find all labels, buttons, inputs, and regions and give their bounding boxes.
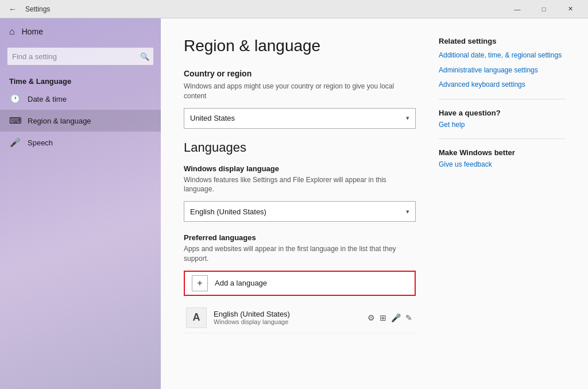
languages-title: Languages <box>184 140 416 155</box>
minimize-button[interactable]: — <box>504 0 531 18</box>
country-section-desc: Windows and apps might use your country … <box>184 82 416 101</box>
make-better-title: Make Windows better <box>439 148 565 157</box>
search-box: 🔍 <box>7 47 154 66</box>
language-item-actions: ⚙ ⊞ 🎤 ✎ <box>366 312 413 323</box>
titlebar-title: Settings <box>25 5 504 13</box>
sidebar-item-speech[interactable]: 🎤 Speech <box>0 132 161 153</box>
back-button[interactable]: ← <box>5 1 21 17</box>
search-icon: 🔍 <box>140 52 149 61</box>
divider-2 <box>439 138 565 139</box>
sidebar-item-home[interactable]: ⌂ Home <box>0 18 161 45</box>
home-icon: ⌂ <box>9 26 15 37</box>
language-item-name: English (United States) <box>214 310 359 318</box>
preferred-languages-desc: Apps and websites will appear in the fir… <box>184 244 416 264</box>
related-settings-title: Related settings <box>439 37 565 45</box>
close-button[interactable]: ✕ <box>557 0 583 18</box>
right-sidebar: Related settings Additional date, time, … <box>439 37 565 371</box>
language-item: A English (United States) Windows displa… <box>184 303 416 333</box>
display-language-desc: Windows features like Settings and File … <box>184 175 416 195</box>
search-input[interactable] <box>7 47 154 66</box>
country-selected-value: United States <box>190 114 235 122</box>
country-section-title: Country or region <box>184 69 416 78</box>
titlebar: ← Settings — □ ✕ <box>0 0 588 18</box>
have-question-title: Have a question? <box>439 109 565 117</box>
related-link-advanced-keyboard[interactable]: Advanced keyboard settings <box>439 80 565 90</box>
sidebar-section-label: Time & Language <box>0 72 161 88</box>
language-speech-icon[interactable]: 🎤 <box>390 312 402 323</box>
language-handwriting-icon[interactable]: ✎ <box>404 312 413 323</box>
maximize-button[interactable]: □ <box>531 0 557 18</box>
sidebar-item-region-language[interactable]: ⌨ Region & language <box>0 110 161 132</box>
divider-1 <box>439 99 565 99</box>
main-panel: Region & language Country or region Wind… <box>161 18 588 389</box>
app-body: ⌂ Home 🔍 Time & Language 🕐 Date & time ⌨… <box>0 18 588 389</box>
preferred-languages-title: Preferred languages <box>184 233 416 242</box>
country-dropdown[interactable]: United States ▾ <box>184 108 416 129</box>
display-language-title: Windows display language <box>184 164 416 173</box>
country-dropdown-arrow: ▾ <box>406 114 409 122</box>
get-help-link[interactable]: Get help <box>439 121 565 130</box>
language-display-icon[interactable]: ⊞ <box>378 312 388 323</box>
display-language-value: English (United States) <box>190 207 266 216</box>
display-language-dropdown-arrow: ▾ <box>406 208 409 215</box>
add-language-button[interactable]: + Add a language <box>184 271 416 296</box>
clock-icon: 🕐 <box>9 94 21 104</box>
window-controls: — □ ✕ <box>504 0 583 18</box>
microphone-icon: 🎤 <box>9 137 21 148</box>
sidebar: ⌂ Home 🔍 Time & Language 🕐 Date & time ⌨… <box>0 18 161 389</box>
language-item-sub: Windows display language <box>214 318 359 325</box>
language-options-icon[interactable]: ⚙ <box>366 312 376 323</box>
language-item-icon: A <box>186 307 207 328</box>
page-title: Region & language <box>184 37 416 55</box>
related-link-date-time[interactable]: Additional date, time, & regional settin… <box>439 51 565 60</box>
display-language-dropdown[interactable]: English (United States) ▾ <box>184 201 416 222</box>
feedback-link[interactable]: Give us feedback <box>439 160 565 170</box>
main-content: Region & language Country or region Wind… <box>184 37 416 371</box>
add-language-label: Add a language <box>215 279 267 287</box>
keyboard-icon: ⌨ <box>9 115 21 126</box>
language-item-info: English (United States) Windows display … <box>214 310 359 325</box>
plus-icon: + <box>192 275 208 291</box>
sidebar-item-date-time[interactable]: 🕐 Date & time <box>0 88 161 110</box>
related-link-admin-language[interactable]: Administrative language settings <box>439 66 565 75</box>
